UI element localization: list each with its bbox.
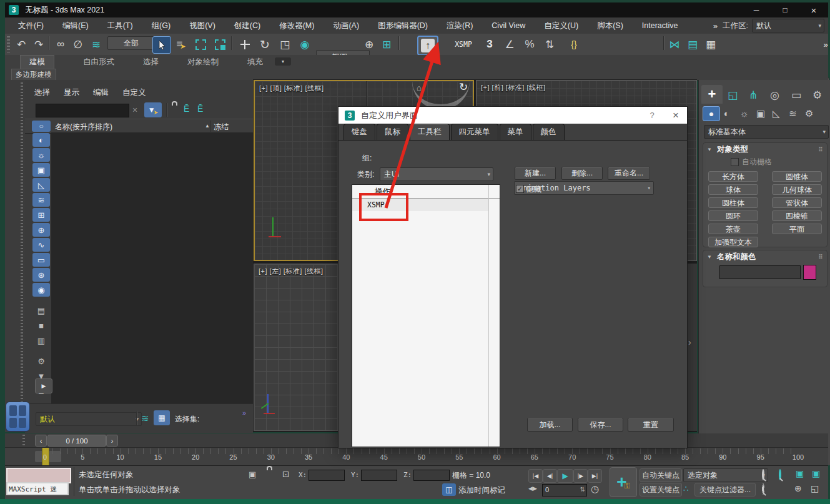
dialog-tab[interactable]: 键盘 bbox=[343, 124, 375, 140]
timeline-drag-handle[interactable] bbox=[22, 435, 25, 446]
menu-item[interactable]: 自定义(U) bbox=[535, 17, 588, 34]
bind-spacewarp-icon[interactable]: ≋ bbox=[87, 36, 105, 52]
name-column-header[interactable]: 名称(按升序排序) bbox=[55, 122, 112, 132]
hide-checkbox[interactable]: ✓ bbox=[516, 185, 524, 193]
previous-frame-button[interactable]: ◀| bbox=[543, 469, 557, 483]
menu-item[interactable]: 渲染(R) bbox=[437, 17, 482, 34]
dialog-close-button[interactable]: × bbox=[664, 109, 687, 122]
select-manipulate-icon[interactable]: ⊞ bbox=[378, 36, 395, 52]
undo-icon[interactable]: ↶ bbox=[14, 36, 29, 52]
reset-button[interactable]: 重置 bbox=[628, 418, 674, 432]
selection-set-dropdown[interactable]: 选定对象 bbox=[683, 468, 768, 482]
display-containers-icon[interactable]: ⊕ bbox=[32, 223, 50, 237]
save-button[interactable]: 保存... bbox=[578, 418, 623, 432]
display-groups-icon[interactable]: ⊞ bbox=[32, 208, 50, 222]
primitive-button[interactable]: 圆环 bbox=[708, 210, 758, 221]
rename-toolbar-button[interactable]: 重命名... bbox=[608, 167, 650, 180]
dialog-title-bar[interactable]: 3 自定义用户界面 ? × bbox=[338, 107, 687, 124]
tab-motion-icon[interactable]: ◎ bbox=[770, 89, 779, 102]
primitive-button[interactable]: 四棱锥 bbox=[772, 210, 822, 221]
maxscript-mini-listener-pink[interactable] bbox=[6, 468, 71, 483]
ribbon-subtab-poly-modeling[interactable]: 多边形建模 bbox=[11, 69, 56, 81]
name-color-rollout-header[interactable]: ▼ 名称和颜色 ⠿ bbox=[703, 250, 827, 263]
explorer-search-input[interactable] bbox=[36, 104, 129, 117]
time-slider-handle[interactable]: 0 / 100 bbox=[47, 435, 106, 447]
display-cameras-icon[interactable]: ▣ bbox=[32, 163, 50, 177]
primitive-button[interactable]: 管状体 bbox=[772, 197, 822, 208]
next-frame-step-button[interactable]: |▶ bbox=[573, 469, 588, 483]
set-key-button[interactable]: 设置关键点 bbox=[640, 483, 682, 497]
zoom-extents-icon[interactable]: ▣ bbox=[796, 468, 804, 478]
display-geometry-icon[interactable]: ◐ bbox=[32, 133, 50, 147]
dialog-tab[interactable]: 工具栏 bbox=[410, 124, 450, 140]
rollout-grip-icon2[interactable]: ⠿ bbox=[818, 254, 823, 260]
viewport-top-label[interactable]: [+] [顶] [标准] [线框] bbox=[259, 84, 324, 93]
footer-overflow-icon[interactable]: » bbox=[242, 409, 246, 417]
key-mode-toggle-icon[interactable]: ◀▶ bbox=[528, 485, 537, 492]
zoom-extents-all-icon[interactable]: ▣ bbox=[812, 468, 820, 478]
explorer-menu-item[interactable]: 自定义 bbox=[122, 87, 146, 98]
object-type-column-icon[interactable]: ○ bbox=[32, 121, 51, 132]
subcategory-dropdown[interactable]: 标准基本体 bbox=[704, 125, 829, 139]
menu-item[interactable]: 图形编辑器(D) bbox=[368, 17, 437, 34]
select-object-button[interactable] bbox=[152, 36, 171, 54]
angle-snap-icon[interactable]: ∠ bbox=[501, 36, 518, 52]
maximize-button[interactable]: □ bbox=[771, 2, 799, 17]
explorer-menu-item[interactable]: 编辑 bbox=[93, 87, 109, 98]
menu-item[interactable]: 脚本(S) bbox=[588, 17, 633, 34]
sort-arrow-icon[interactable]: ▲ bbox=[205, 123, 210, 129]
sync-selection-icon[interactable]: Ē bbox=[184, 104, 189, 114]
display-helpers-icon[interactable]: ◺ bbox=[32, 178, 50, 192]
tab-display-icon[interactable]: ▭ bbox=[791, 89, 801, 102]
menu-item[interactable]: 动画(A) bbox=[324, 17, 368, 34]
menu-item[interactable]: 工具(T) bbox=[98, 17, 142, 34]
hierarchy-mode-button[interactable]: ▦ bbox=[154, 410, 170, 425]
category-spacewarps-icon[interactable]: ≋ bbox=[789, 108, 797, 119]
viewport-layout-tile[interactable] bbox=[6, 402, 30, 432]
action-list-header[interactable]: 操作 bbox=[352, 185, 500, 199]
play-button[interactable]: ▶ bbox=[557, 469, 573, 483]
maxscript-mini-listener[interactable]: MAXScript 迷 bbox=[6, 482, 69, 495]
sync-hierarchy-icon[interactable]: Ē bbox=[197, 104, 203, 114]
menu-item[interactable]: Civil View bbox=[482, 17, 535, 34]
use-pivot-center-icon[interactable]: ⊕ bbox=[361, 36, 377, 52]
menu-item[interactable]: 修改器(M) bbox=[270, 17, 324, 34]
next-frame-button[interactable]: › bbox=[106, 435, 118, 447]
redo-icon[interactable]: ↷ bbox=[31, 36, 46, 52]
viewcube-rotate-icon[interactable]: ↻ bbox=[459, 81, 468, 94]
ribbon-minimize-icon[interactable]: ▾ bbox=[275, 57, 291, 66]
display-frozen-icon[interactable]: ▭ bbox=[32, 253, 50, 267]
delete-toolbar-button[interactable]: 删除... bbox=[561, 167, 603, 180]
primitive-button[interactable]: 圆锥体 bbox=[772, 171, 822, 182]
frame-spinner-icon[interactable]: ⇅ bbox=[580, 486, 585, 493]
tab-create-icon[interactable]: + bbox=[701, 85, 723, 104]
primitive-button[interactable]: 长方体 bbox=[708, 171, 758, 182]
dialog-tab[interactable]: 颜色 bbox=[533, 124, 565, 140]
list-view-icon[interactable]: ▤ bbox=[32, 304, 50, 317]
unlink-icon[interactable]: ∅ bbox=[70, 36, 86, 52]
primitive-button[interactable]: 球体 bbox=[708, 184, 758, 195]
frozen-column-header[interactable]: 冻结 bbox=[214, 122, 229, 132]
explorer-list-body[interactable] bbox=[51, 132, 253, 403]
dialog-tab[interactable]: 菜单 bbox=[500, 124, 531, 140]
display-hidden-icon[interactable]: ◉ bbox=[32, 283, 50, 297]
menu-item[interactable]: 视图(V) bbox=[180, 17, 225, 34]
isolate-selection-icon[interactable]: ▣ bbox=[249, 470, 256, 479]
viewport-left-label[interactable]: [+] [左] [标准] [线框] bbox=[259, 267, 324, 276]
xsmp-toolbar-button[interactable]: XSMP bbox=[450, 36, 477, 52]
load-button[interactable]: 加载... bbox=[527, 418, 573, 432]
object-type-rollout-header[interactable]: ▼ 对象类型 ⠿ bbox=[703, 143, 827, 156]
category-systems-icon[interactable]: ⚙ bbox=[805, 108, 813, 119]
spinner-snap-icon[interactable]: ⇅ bbox=[541, 36, 558, 52]
object-name-field[interactable] bbox=[719, 265, 801, 279]
orbit-icon[interactable]: ⊕ bbox=[794, 483, 802, 493]
curve-editor-icon[interactable]: ▦ bbox=[703, 36, 718, 52]
category-lights-icon[interactable]: ☼ bbox=[740, 108, 749, 119]
percent-snap-icon[interactable]: % bbox=[521, 36, 538, 52]
rollout-grip-icon[interactable]: ⠿ bbox=[818, 146, 823, 153]
add-time-tag[interactable]: 添加时间标记 bbox=[458, 485, 505, 496]
mirror-icon[interactable]: ⋈ bbox=[667, 36, 682, 52]
ribbon-tab[interactable]: 建模 bbox=[20, 55, 54, 69]
select-move-icon[interactable] bbox=[236, 36, 254, 52]
dialog-tab[interactable]: 四元菜单 bbox=[451, 124, 498, 140]
